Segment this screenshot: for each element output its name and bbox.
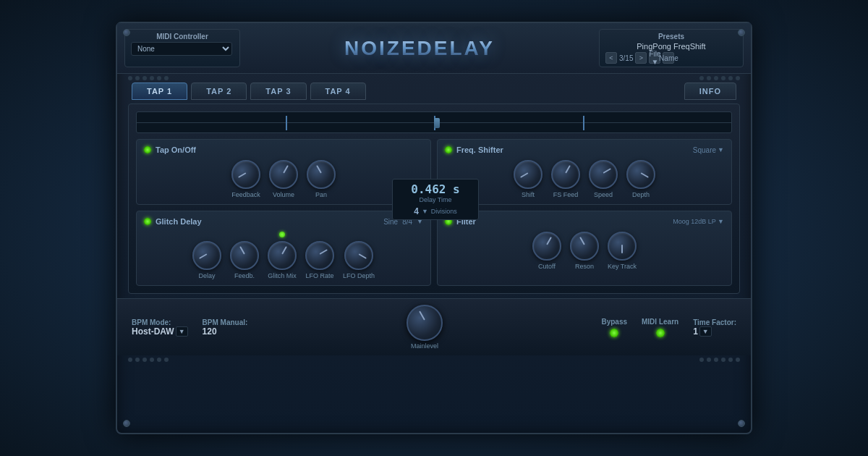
glitch-delay-knob-group: Delay (192, 241, 221, 279)
depth-knob[interactable] (626, 160, 655, 189)
time-factor-value: 1 (693, 326, 698, 337)
tab-info[interactable]: INFO (684, 83, 736, 100)
bpm-mode-select-row: Host-DAW ▼ (132, 326, 188, 337)
divisions-label: Divisions (431, 208, 457, 215)
reson-knob-group: Reson (570, 232, 599, 270)
volume-knob[interactable] (269, 160, 298, 189)
divisions-value: 4 (414, 206, 419, 216)
freq-shifter-header: Freq. Shifter Square ▼ (445, 145, 724, 154)
key-track-knob[interactable] (608, 232, 637, 261)
delay-time-value: 0.462 s (399, 182, 472, 196)
delay-display-box: 0.462 s Delay Time 4 ▼ Divisions (392, 179, 479, 220)
bottom-bar: BPM Mode: Host-DAW ▼ BPM Manual: 120 Mai… (117, 298, 751, 355)
fs-feed-knob[interactable] (551, 160, 580, 189)
midilearn-label: MIDI Learn (642, 318, 678, 326)
top-bar: MIDI Controller None NOIZEDELAY Presets … (117, 23, 751, 74)
tab-tap4[interactable]: TAP 4 (310, 83, 366, 100)
preset-nav: < 3/15 > File ▼ Name (605, 52, 737, 64)
cutoff-knob[interactable] (532, 232, 561, 261)
glitch-mix-knob[interactable] (268, 241, 297, 270)
volume-label: Volume (273, 191, 294, 198)
pan-knob[interactable] (307, 160, 336, 189)
glitch-delay-knob[interactable] (192, 241, 221, 270)
dot (157, 358, 161, 362)
dot (699, 76, 704, 80)
feedback-knob-group: Feedback (231, 160, 260, 198)
bypass-led[interactable] (610, 329, 618, 337)
dot (721, 358, 726, 362)
preset-name: PingPong FreqShift (605, 42, 737, 51)
tap-onoff-header: Tap On/Off (144, 145, 423, 154)
reson-knob[interactable] (570, 232, 599, 261)
presets-title: Presets (605, 33, 737, 41)
freq-shifter-dropdown-arrow[interactable]: ▼ (718, 146, 724, 153)
midi-section-title: MIDI Controller (131, 33, 234, 41)
tap-onoff-title: Tap On/Off (156, 145, 196, 154)
fs-feed-label: FS Feed (553, 191, 579, 198)
dot (707, 76, 711, 80)
preset-name-button[interactable]: Name (663, 52, 674, 64)
preset-next-button[interactable]: > (635, 52, 647, 64)
lfo-rate-knob[interactable] (305, 241, 334, 270)
dot (164, 358, 169, 362)
time-factor-dropdown[interactable]: ▼ (699, 326, 712, 337)
divisions-dropdown[interactable]: ▼ (422, 208, 428, 215)
dot (150, 358, 154, 362)
dot (728, 76, 733, 80)
divisions-row: 4 ▼ Divisions (399, 206, 472, 216)
cutoff-label: Cutoff (538, 263, 556, 270)
volume-knob-group: Volume (269, 160, 298, 198)
delay-time-label: Delay Time (399, 196, 472, 203)
dot (707, 358, 711, 362)
glitch-delay-label: Delay (198, 272, 215, 279)
preset-prev-button[interactable]: < (605, 52, 617, 64)
shift-knob[interactable] (514, 160, 542, 189)
tap-onoff-panel: Tap On/Off Feedback Volume Pan (136, 139, 431, 205)
mainlevel-group: Mainlevel (407, 305, 443, 350)
app-logo: NOIZEDELAY (344, 37, 495, 60)
dot (736, 76, 740, 80)
mainlevel-knob[interactable] (407, 305, 443, 341)
lfo-depth-knob[interactable] (344, 241, 373, 270)
bypass-label: Bypass (601, 318, 627, 326)
delay-time-display: 0.462 s Delay Time 4 ▼ Divisions (392, 179, 479, 220)
glitch-delay-knobs-row: Delay Feedb. Glitch Mix (144, 232, 423, 279)
dot (128, 76, 132, 80)
preset-count: 3/15 (619, 54, 633, 62)
dots-row-top (117, 74, 751, 83)
filter-type-dropdown-arrow[interactable]: ▼ (718, 218, 724, 225)
dot (714, 358, 718, 362)
dot (699, 358, 704, 362)
screw-bl (123, 420, 130, 427)
glitch-feedb-knob[interactable] (230, 241, 259, 270)
tab-tap3[interactable]: TAP 3 (250, 83, 306, 100)
midi-controller-select[interactable]: None (131, 42, 232, 56)
dot (128, 358, 132, 362)
pan-knob-group: Pan (307, 160, 336, 198)
glitch-mix-label: Glitch Mix (268, 272, 297, 279)
bpm-mode-label: BPM Mode: (132, 318, 171, 326)
glitch-delay-panel: Glitch Delay Sine 8/4 ▼ Delay (136, 211, 431, 286)
glitch-delay-title: Glitch Delay (156, 217, 202, 226)
freq-shifter-knobs-row: Shift FS Feed Speed Depth (445, 160, 724, 198)
filter-type-area: Moog 12dB LP ▼ (673, 218, 724, 225)
depth-label: Depth (632, 191, 650, 198)
filter-knobs-row: Cutoff Reson Key Track (445, 232, 724, 270)
midilearn-group: MIDI Learn (642, 318, 678, 337)
presets-section: Presets PingPong FreqShift < 3/15 > File… (599, 29, 744, 67)
bpm-mode-dropdown[interactable]: ▼ (176, 326, 188, 337)
dot (142, 76, 147, 80)
dot (142, 358, 147, 362)
glitch-mix-knob-group: Glitch Mix (268, 232, 297, 279)
tab-tap1[interactable]: TAP 1 (132, 83, 187, 100)
lfo-rate-label: LFO Rate (305, 272, 333, 279)
key-track-knob-group: Key Track (608, 232, 637, 270)
dot (157, 76, 161, 80)
speed-knob[interactable] (589, 160, 618, 189)
glitch-mix-led (279, 232, 285, 237)
feedback-knob[interactable] (231, 160, 260, 189)
midilearn-led[interactable] (656, 329, 665, 337)
bpm-manual-value: 120 (203, 326, 217, 337)
tab-tap2[interactable]: TAP 2 (191, 83, 247, 100)
timeline-handle[interactable] (434, 118, 440, 128)
